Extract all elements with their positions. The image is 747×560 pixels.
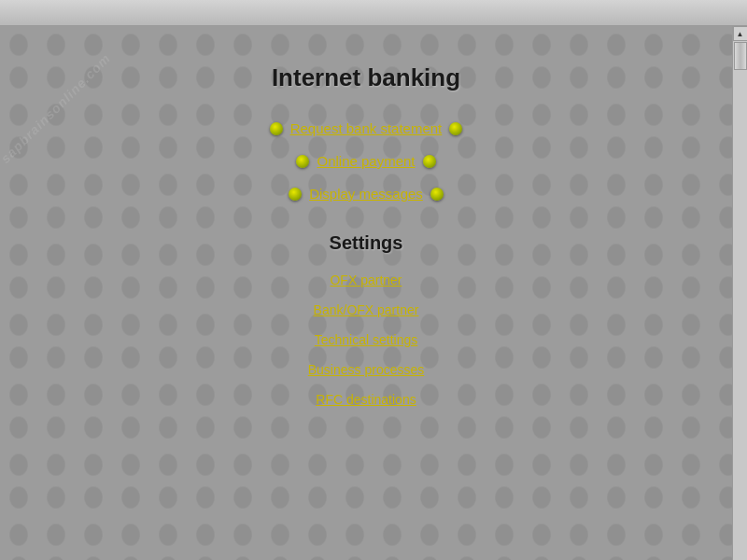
ofx-partner-link[interactable]: OFX partner [330,273,402,287]
scroll-up-button[interactable]: ▲ [733,26,748,41]
page-title: Internet banking [272,63,460,92]
top-bar [0,0,747,26]
scroll-thumb[interactable] [734,42,747,70]
content-area: sapbrainsonline.com Internet banking Req… [0,26,732,560]
menu-item-display-messages: Display messages [289,186,444,202]
bullet-right-2 [423,155,436,168]
scrollbar: ▲ [732,26,747,560]
online-payment-link[interactable]: Online payment [317,153,415,169]
bank-ofx-partner-link[interactable]: Bank/OFX partner [314,302,419,317]
technical-settings-link[interactable]: Technical settings [315,332,418,347]
business-processes-link[interactable]: Business processes [308,362,425,377]
main-container: sapbrainsonline.com Internet banking Req… [0,26,747,560]
bullet-left-2 [296,155,309,168]
settings-section: Settings OFX partner Bank/OFX partner Te… [0,232,732,422]
bullet-right-1 [449,122,462,135]
rfc-destinations-link[interactable]: RFC destinations [316,392,416,407]
request-bank-statement-link[interactable]: Request bank statement [290,120,443,136]
menu-item-online-payment: Online payment [296,153,435,169]
display-messages-link[interactable]: Display messages [309,186,423,202]
bullet-left-3 [289,188,302,201]
menu-item-request-bank-statement: Request bank statement [270,120,463,136]
settings-title: Settings [330,232,403,254]
bullet-left-1 [270,122,283,135]
page-content: Internet banking Request bank statement … [0,26,732,560]
bullet-right-3 [430,188,444,201]
